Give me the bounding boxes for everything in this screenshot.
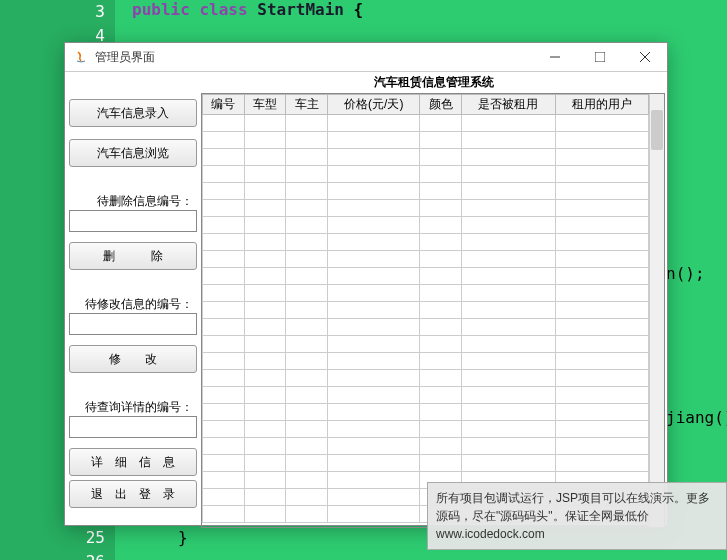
table-row[interactable]	[203, 438, 649, 455]
scrollbar[interactable]	[649, 94, 664, 527]
code-line: public class StartMain {	[132, 0, 363, 19]
watermark: 所有项目包调试运行，JSP项目可以在线演示。更多源码，尽在"源码码头"。保证全网…	[427, 482, 727, 550]
table-row[interactable]	[203, 421, 649, 438]
table-row[interactable]	[203, 217, 649, 234]
table-row[interactable]	[203, 353, 649, 370]
logout-button[interactable]: 退 出 登 录	[69, 480, 197, 508]
column-header[interactable]: 车主	[286, 95, 328, 115]
java-icon	[73, 49, 89, 65]
sidebar: 汽车信息录入 汽车信息浏览 待删除信息编号： 删 除 待修改信息的编号： 修 改…	[65, 72, 201, 528]
code-partial: n();	[666, 264, 705, 283]
table-row[interactable]	[203, 455, 649, 472]
delete-label: 待删除信息编号：	[69, 193, 197, 210]
table-row[interactable]	[203, 302, 649, 319]
table-row[interactable]	[203, 183, 649, 200]
delete-id-input[interactable]	[69, 210, 197, 232]
table-container: 编号车型车主价格(元/天)颜色是否被租用租用的用户	[201, 93, 665, 528]
table-row[interactable]	[203, 387, 649, 404]
table-row[interactable]	[203, 404, 649, 421]
table-body	[203, 115, 649, 523]
table-row[interactable]	[203, 149, 649, 166]
table-row[interactable]	[203, 234, 649, 251]
code-line: }	[178, 528, 188, 547]
table-row[interactable]	[203, 251, 649, 268]
code-partial: jiang();	[666, 408, 727, 427]
detail-label: 待查询详情的编号：	[69, 399, 197, 416]
column-header[interactable]: 价格(元/天)	[328, 95, 420, 115]
table-row[interactable]	[203, 319, 649, 336]
detail-id-input[interactable]	[69, 416, 197, 438]
window-title: 管理员界面	[95, 49, 532, 66]
svg-rect-1	[595, 52, 605, 62]
column-header[interactable]: 车型	[244, 95, 286, 115]
column-header[interactable]: 租用的用户	[555, 95, 648, 115]
maximize-button[interactable]	[577, 43, 622, 71]
table-row[interactable]	[203, 285, 649, 302]
detail-button[interactable]: 详 细 信 息	[69, 448, 197, 476]
delete-button[interactable]: 删 除	[69, 242, 197, 270]
scroll-thumb[interactable]	[651, 110, 663, 150]
titlebar: 管理员界面	[65, 43, 667, 72]
page-title: 汽车租赁信息管理系统	[201, 72, 667, 93]
column-header[interactable]: 是否被租用	[462, 95, 555, 115]
car-input-button[interactable]: 汽车信息录入	[69, 99, 197, 127]
table-row[interactable]	[203, 132, 649, 149]
column-header[interactable]: 编号	[203, 95, 245, 115]
table-row[interactable]	[203, 166, 649, 183]
table-row[interactable]	[203, 268, 649, 285]
table-row[interactable]	[203, 200, 649, 217]
table-row[interactable]	[203, 370, 649, 387]
modify-button[interactable]: 修 改	[69, 345, 197, 373]
admin-window: 管理员界面 汽车信息录入 汽车信息浏览 待删除信息编号： 删 除 待修改信息的编…	[64, 42, 668, 526]
close-button[interactable]	[622, 43, 667, 71]
modify-label: 待修改信息的编号：	[69, 296, 197, 313]
minimize-button[interactable]	[532, 43, 577, 71]
car-data-table: 编号车型车主价格(元/天)颜色是否被租用租用的用户	[202, 94, 649, 523]
car-browse-button[interactable]: 汽车信息浏览	[69, 139, 197, 167]
table-row[interactable]	[203, 115, 649, 132]
column-header[interactable]: 颜色	[420, 95, 462, 115]
modify-id-input[interactable]	[69, 313, 197, 335]
table-row[interactable]	[203, 336, 649, 353]
